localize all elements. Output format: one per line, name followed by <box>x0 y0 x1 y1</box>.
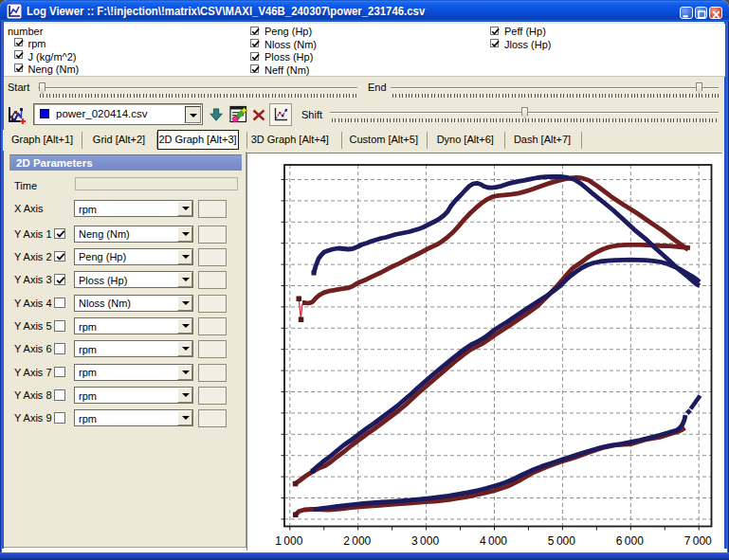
svg-text:1 000: 1 000 <box>275 534 302 548</box>
svg-text:4 000: 4 000 <box>480 534 507 548</box>
svg-text:7 000: 7 000 <box>684 534 712 548</box>
svg-text:3 000: 3 000 <box>411 534 439 548</box>
svg-text:5 000: 5 000 <box>548 534 575 548</box>
svg-text:2 000: 2 000 <box>343 534 371 548</box>
svg-text:6 000: 6 000 <box>616 534 644 548</box>
